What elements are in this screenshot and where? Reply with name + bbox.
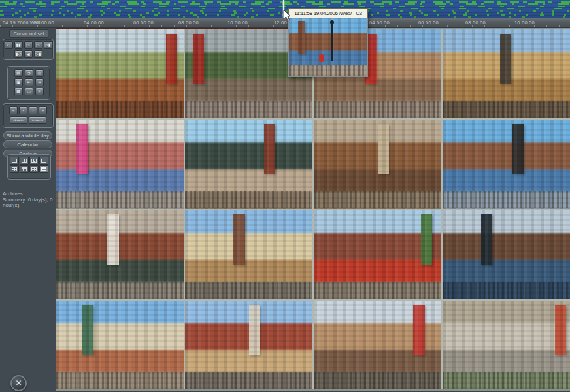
play-to-end-icon: ▷▮ [45,42,51,48]
pause-button[interactable]: ▮▮ [14,41,23,49]
jump-far-right-icon: » [42,108,44,113]
print-icon: ▦ [16,89,20,94]
jump-right-button[interactable]: › [29,106,37,114]
play-to-end-button[interactable]: ▷▮ [44,41,52,49]
ruler-time-label: 06:00:00 [418,20,439,25]
zoom-time-button[interactable]: ◔ [25,69,33,77]
frame-prev-icon: ⇤ [27,80,30,85]
camera-cell-cam-15[interactable] [314,301,441,389]
layout-10-icon [22,167,27,171]
jump-far-left-button[interactable]: « [9,106,18,114]
osd-icon: ▭ [27,89,31,94]
ruler-time-label: 04:00:00 [84,20,104,25]
camera-cell-cam-4[interactable] [443,29,570,118]
layout-6-icon [31,159,37,163]
skip-to-end-icon: ▷▮ [35,52,41,57]
layout-16-button[interactable] [39,165,48,173]
show-whole-day-button[interactable]: Show a whole day [3,131,52,139]
camera-cell-cam-6[interactable] [185,120,312,208]
layout-10-button[interactable] [20,165,29,173]
jump-far-right-button[interactable]: » [39,106,47,114]
camera-cell-cam-16[interactable] [443,301,570,389]
range-widen-button[interactable]: ←—→ [29,116,46,124]
layout-selector [10,157,48,173]
layout-4-button[interactable] [20,157,29,165]
jump-right-icon: › [32,108,34,113]
camera-cell-cam-8[interactable] [443,120,570,208]
play-button[interactable]: ▷ [24,41,33,49]
archives-summary: Archives: Summary: 0 day(s), 0 hour(s) [3,191,52,208]
camera-cell-cam-10[interactable] [185,210,312,299]
camera-cell-cam-5[interactable] [56,120,184,208]
close-icon: ✕ [15,378,22,387]
jump-left-button[interactable]: ‹ [19,106,27,114]
calendar-button[interactable]: Calendar [3,140,52,148]
camera-photo [443,210,570,299]
ruler-time-label: 04:00:00 [369,20,390,25]
play-reverse-button[interactable]: ◁ [5,41,13,49]
preview-photo [289,18,367,76]
brightness-button[interactable]: ☀ [35,88,44,95]
osd-button[interactable]: ▭ [25,88,33,95]
camera-photo [314,301,441,389]
range-narrow-icon: →—← [13,118,24,123]
range-row-2: →—←←—→ [3,116,53,124]
brightness-icon: ☀ [37,89,41,94]
frame-mode-button[interactable]: ▣ [14,78,23,86]
ruler-time-label: 10:00:00 [227,20,248,25]
camera-grid [56,28,570,391]
layout-9-button[interactable] [10,165,19,173]
skip-to-start-icon: ▮◁ [16,52,22,57]
figure-shape [319,54,324,62]
ruler-time-label: 08:00:00 [178,20,199,25]
tools-group: ▤◔◎ ▣⇤⇥ ▦▭☀ [7,66,50,100]
camera-photo [185,210,312,299]
camera-cell-cam-7[interactable] [314,120,441,208]
camera-photo [443,29,570,118]
layout-13-button[interactable] [29,165,39,173]
ruler-time-label: 02:00:00 [34,20,54,25]
layout-13-icon [31,167,37,171]
timeline-activity-row [0,1,570,3]
camera-cell-cam-11[interactable] [314,210,441,299]
camera-photo [56,29,184,118]
frame-preview-image [288,18,368,77]
layout-8-button[interactable] [39,157,48,165]
skip-to-start-button[interactable]: ▮◁ [14,50,23,58]
layout-1-button[interactable] [10,157,19,165]
step-back-icon: ◀ [27,52,30,57]
step-back-button[interactable]: ◀ [24,50,33,58]
control-sidebar: Cursor not set ◁▮▮▷▷▷▮ ▮◁◀▷▮ ▤◔◎ ▣⇤⇥ ▦▭☀… [0,28,56,392]
layout-16-icon [41,167,46,171]
frame-prev-button[interactable]: ⇤ [25,78,33,86]
camera-cell-cam-14[interactable] [185,301,312,389]
range-narrow-button[interactable]: →—← [10,116,27,124]
close-button[interactable]: ✕ [10,375,27,391]
layout-1-icon [12,159,17,163]
tools-row-1: ▤◔◎ [8,69,50,77]
layout-6-button[interactable] [29,157,39,165]
play-reverse-icon: ◁ [7,42,10,48]
ruler-time-label: 06:00:00 [133,20,154,25]
layout-9-icon [12,167,17,171]
play-icon: ▷ [27,42,30,48]
skip-to-end-button[interactable]: ▷▮ [34,50,42,58]
playback-row-2: ▮◁◀▷▮ [3,50,53,58]
layout-8-icon [41,159,46,163]
camera-cell-cam-9[interactable] [56,210,184,299]
camera-cell-cam-12[interactable] [443,210,570,299]
camera-photo [314,210,441,299]
jump-left-icon: ‹ [22,108,24,113]
frame-mode-icon: ▣ [16,80,20,85]
playback-group: ◁▮▮▷▷▷▮ ▮◁◀▷▮ [3,39,54,60]
video-out-button[interactable]: ◎ [35,69,44,77]
snapshot-button[interactable]: ▤ [14,69,23,77]
print-button[interactable]: ▦ [14,88,23,95]
camera-cell-cam-1[interactable] [56,29,184,118]
frame-next-button[interactable]: ⇥ [35,78,44,86]
range-group: «‹›» →—←←—→ [3,103,54,128]
camera-cell-cam-13[interactable] [56,301,184,389]
play-fast-button[interactable]: ▷ [34,41,42,49]
play-fast-icon: ▷ [37,42,40,48]
timeline-activity-row [0,6,570,7]
